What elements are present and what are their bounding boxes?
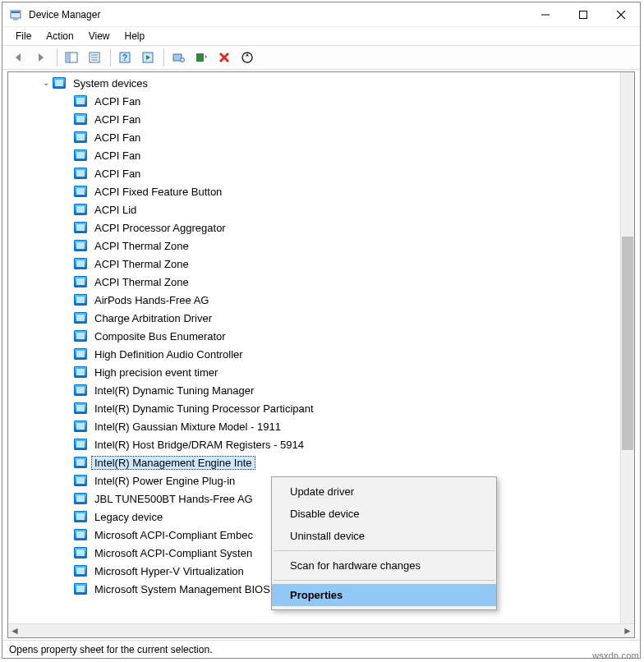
device-icon <box>74 475 87 486</box>
context-menu-item[interactable]: Properties <box>272 584 496 606</box>
vertical-scrollbar[interactable] <box>620 72 634 623</box>
expander-icon[interactable]: ⌄ <box>39 79 53 87</box>
tree-item-label: ACPI Fan <box>92 95 143 108</box>
device-icon <box>74 583 87 595</box>
tree-item[interactable]: High Definition Audio Controller <box>8 345 620 363</box>
minimize-button[interactable] <box>527 2 564 27</box>
device-icon <box>74 366 87 378</box>
show-hidden-devices-icon[interactable] <box>168 48 189 67</box>
tree-item-label: ACPI Fan <box>92 149 143 162</box>
tree-item[interactable]: ACPI Thermal Zone <box>8 255 620 273</box>
tree-item[interactable]: ACPI Thermal Zone <box>8 237 620 255</box>
tree-item[interactable]: ACPI Processor Aggregator <box>8 218 620 237</box>
properties-icon[interactable] <box>84 48 105 67</box>
device-icon <box>74 529 87 540</box>
tree-item[interactable]: Composite Bus Enumerator <box>8 327 620 345</box>
context-menu-item[interactable]: Update driver <box>272 480 496 503</box>
action-icon[interactable] <box>137 48 159 67</box>
menu-action[interactable]: Action <box>39 29 80 44</box>
device-icon <box>74 95 87 107</box>
scroll-left-icon[interactable]: ◄ <box>10 625 20 637</box>
svg-point-18 <box>181 58 185 62</box>
svg-text:?: ? <box>122 53 127 62</box>
menubar: File Action View Help <box>2 27 640 45</box>
tree-item-label: Intel(R) Dynamic Tuning Processor Partic… <box>92 402 316 415</box>
tree-item[interactable]: ACPI Fan <box>8 128 620 146</box>
toolbar-separator <box>110 48 111 67</box>
menu-file[interactable]: File <box>9 29 38 44</box>
tree-item-label: Intel(R) Power Engine Plug-in <box>92 475 237 487</box>
update-driver-icon[interactable] <box>191 48 212 67</box>
device-icon <box>74 222 87 233</box>
scan-hardware-icon[interactable] <box>237 48 258 67</box>
context-menu-item[interactable]: Disable device <box>272 503 496 525</box>
tree-item-label: ACPI Fan <box>92 168 143 180</box>
maximize-button[interactable] <box>564 2 602 27</box>
device-icon <box>74 493 87 504</box>
back-icon[interactable] <box>7 48 29 67</box>
toolbar-separator <box>57 48 58 67</box>
context-menu-item[interactable]: Scan for hardware changes <box>272 554 496 577</box>
device-icon <box>74 204 87 215</box>
toolbar-separator <box>163 48 164 67</box>
app-icon <box>9 8 22 21</box>
tree-item-label: ACPI Thermal Zone <box>92 240 191 252</box>
tree-item[interactable]: AirPods Hands-Free AG <box>8 291 620 309</box>
help-icon[interactable]: ? <box>114 48 136 67</box>
device-icon <box>74 402 87 414</box>
device-icon <box>74 312 87 324</box>
tree-item[interactable]: Intel(R) Gaussian Mixture Model - 1911 <box>8 417 620 435</box>
menu-view[interactable]: View <box>82 29 117 44</box>
tree-item-label: ACPI Thermal Zone <box>92 258 191 270</box>
tree-item-label: High precision event timer <box>92 366 220 379</box>
device-icon <box>74 186 87 197</box>
svg-rect-2 <box>12 11 20 13</box>
tree-item-label: Charge Arbitration Driver <box>92 312 214 324</box>
tree-item-label: ACPI Fan <box>92 113 143 126</box>
tree-item-label: ACPI Fixed Feature Button <box>92 186 224 198</box>
tree-item[interactable]: Intel(R) Management Engine Inte <box>8 453 620 471</box>
titlebar: Device Manager <box>2 2 640 27</box>
tree-item[interactable]: Intel(R) Dynamic Tuning Processor Partic… <box>8 399 620 417</box>
tree-item[interactable]: High precision event timer <box>8 363 620 381</box>
device-icon <box>74 511 87 522</box>
tree-item[interactable]: ACPI Fan <box>8 164 620 182</box>
close-button[interactable] <box>602 2 640 27</box>
device-icon <box>74 276 87 287</box>
context-menu-separator <box>274 580 494 581</box>
tree-item[interactable]: ACPI Fan <box>8 146 620 164</box>
tree-item[interactable]: ACPI Fixed Feature Button <box>8 182 620 200</box>
tree-item[interactable]: Intel(R) Host Bridge/DRAM Registers - 59… <box>8 435 620 453</box>
tree-item[interactable]: Charge Arbitration Driver <box>8 309 620 327</box>
scroll-right-icon[interactable]: ► <box>623 625 632 637</box>
show-hide-tree-icon[interactable] <box>61 48 82 67</box>
device-icon <box>74 547 87 559</box>
device-icon <box>74 348 87 360</box>
window-title: Device Manager <box>29 9 100 21</box>
tree-item-label: Intel(R) Management Engine Inte <box>92 457 255 469</box>
scrollbar-thumb[interactable] <box>622 237 633 450</box>
context-menu[interactable]: Update driverDisable deviceUninstall dev… <box>271 476 497 610</box>
watermark: wsxdn.com <box>592 651 639 660</box>
tree-category-system-devices[interactable]: ⌄System devices <box>8 74 620 92</box>
device-icon <box>74 113 87 125</box>
menu-help[interactable]: Help <box>118 29 152 44</box>
context-menu-item[interactable]: Uninstall device <box>272 525 496 547</box>
device-icon <box>74 294 87 306</box>
tree-category-label: System devices <box>71 77 150 90</box>
tree-item[interactable]: ACPI Fan <box>8 92 620 110</box>
tree-item-label: Microsoft Hyper-V Virtualization <box>92 565 246 577</box>
tree-item-label: ACPI Thermal Zone <box>92 276 191 288</box>
forward-icon[interactable] <box>30 48 52 67</box>
tree-item-label: AirPods Hands-Free AG <box>92 294 211 306</box>
tree-item[interactable]: Intel(R) Dynamic Tuning Manager <box>8 381 620 399</box>
tree-item[interactable]: ACPI Thermal Zone <box>8 273 620 291</box>
horizontal-scrollbar[interactable]: ◄ ► <box>8 623 634 637</box>
tree-item[interactable]: ACPI Lid <box>8 200 620 218</box>
tree-item-label: Intel(R) Dynamic Tuning Manager <box>92 384 256 397</box>
device-category-icon <box>53 77 66 89</box>
svg-rect-1 <box>13 19 18 21</box>
uninstall-icon[interactable] <box>214 48 235 67</box>
toolbar: ? <box>2 45 640 70</box>
tree-item[interactable]: ACPI Fan <box>8 110 620 128</box>
